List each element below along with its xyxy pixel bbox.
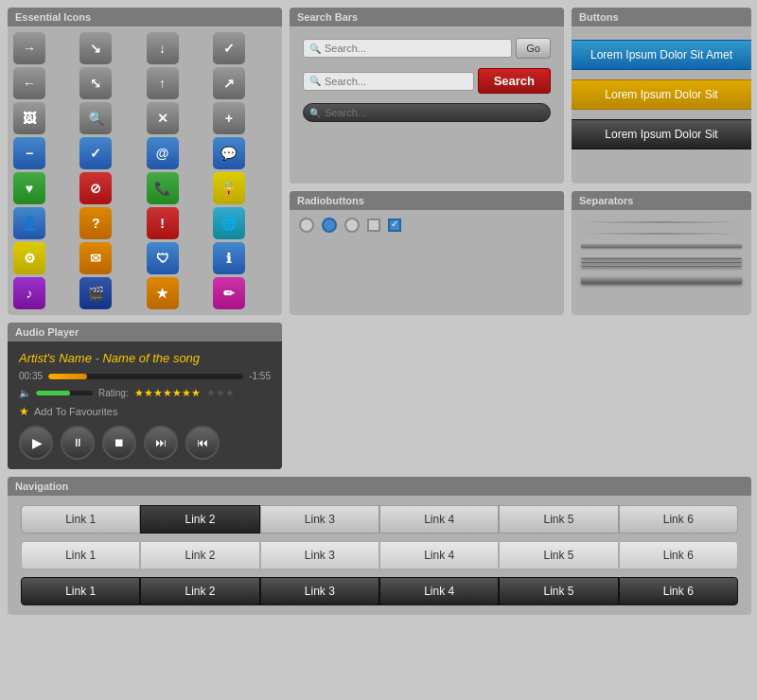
- checkbox-1[interactable]: [367, 219, 380, 232]
- player-controls: ▶ ⏸ ⏹ ⏭ ⏮: [19, 426, 271, 460]
- progress-bar[interactable]: [48, 374, 243, 379]
- go-button[interactable]: Go: [516, 38, 551, 59]
- icons-grid: → ↘ ↓ ✓ ← ⤡ ↑ ↗ 🖼 🔍 ✕ + − ✓ @ 💬 ♥: [13, 32, 276, 309]
- nav-row2-link2[interactable]: Link 2: [140, 541, 259, 569]
- button-dark[interactable]: Lorem Ipsum Dolor Sit: [572, 119, 751, 149]
- rating-label: Rating:: [98, 388, 129, 398]
- separator-1: [581, 221, 742, 223]
- search-row-1: 🔍 Go: [303, 38, 551, 59]
- nav-row1-link3[interactable]: Link 3: [260, 505, 379, 534]
- nav-row3-link5[interactable]: Link 5: [499, 577, 618, 605]
- nav-row2-link1[interactable]: Link 1: [21, 541, 140, 569]
- separator-4c: [581, 265, 742, 267]
- nav-row1-link1[interactable]: Link 1: [21, 505, 140, 534]
- button-gold[interactable]: Lorem Ipsum Dolor Sit: [572, 79, 751, 110]
- icon-music[interactable]: ♪: [13, 277, 45, 309]
- search-input-2[interactable]: [325, 76, 467, 87]
- icon-user[interactable]: 👤: [13, 207, 45, 239]
- icon-resize[interactable]: ⤡: [79, 67, 112, 99]
- nav-row3-link6[interactable]: Link 6: [619, 577, 738, 605]
- icon-arrow-down[interactable]: ↓: [147, 32, 179, 64]
- volume-bar[interactable]: [36, 391, 93, 395]
- icon-image[interactable]: 🖼: [13, 102, 45, 134]
- radio-1[interactable]: [299, 218, 314, 233]
- essential-icons-title: Essential Icons: [8, 8, 282, 26]
- nav-row3-link1[interactable]: Link 1: [21, 577, 140, 605]
- nav-row2-link4[interactable]: Link 4: [379, 541, 499, 569]
- separators-title: Separators: [572, 191, 751, 210]
- icon-exclaim[interactable]: !: [147, 207, 179, 239]
- icon-globe[interactable]: 🌐: [213, 207, 245, 239]
- icon-arrow-up-right[interactable]: ↗: [213, 67, 245, 99]
- icon-checkmark[interactable]: ✓: [213, 32, 245, 64]
- nav-row2-link6[interactable]: Link 6: [619, 541, 738, 569]
- prev-button[interactable]: ⏮: [185, 426, 220, 460]
- nav-row1-link4[interactable]: Link 4: [379, 505, 499, 534]
- audio-song-name: Name of the song: [102, 351, 200, 365]
- radiobuttons-title: Radiobuttons: [290, 191, 564, 210]
- nav-row-3: Link 1 Link 2 Link 3 Link 4 Link 5 Link …: [21, 577, 738, 605]
- time-end: -1:55: [249, 371, 271, 381]
- icon-arrow-up[interactable]: ↑: [147, 67, 179, 99]
- icon-film[interactable]: 🎬: [79, 277, 112, 309]
- play-button[interactable]: ▶: [19, 426, 53, 460]
- fav-label[interactable]: Add To Favourites: [34, 406, 117, 417]
- navigation-panel: Navigation Link 1 Link 2 Link 3 Link 4 L…: [8, 477, 751, 615]
- pause-button[interactable]: ⏸: [61, 426, 95, 460]
- icon-close[interactable]: ✕: [147, 102, 179, 134]
- search-icon-1: 🔍: [309, 44, 321, 54]
- separator-2: [581, 233, 742, 235]
- icon-star[interactable]: ★: [147, 277, 179, 309]
- icon-search[interactable]: 🔍: [79, 102, 112, 134]
- icon-arrow-down-right[interactable]: ↘: [79, 32, 112, 64]
- separator-4a: [581, 257, 742, 259]
- audio-progress-row: 00:35 -1:55: [19, 371, 271, 381]
- nav-row3-link2[interactable]: Link 2: [140, 577, 259, 605]
- radio-2[interactable]: [322, 218, 337, 233]
- radiobuttons-panel: Radiobuttons: [290, 191, 564, 316]
- nav-row2-link3[interactable]: Link 3: [260, 541, 379, 569]
- nav-row2-link5[interactable]: Link 5: [499, 541, 618, 569]
- icon-arrow-left[interactable]: ←: [13, 67, 45, 99]
- icon-shield[interactable]: 🛡: [147, 242, 179, 274]
- stars-empty: ★★★: [206, 387, 235, 399]
- time-start: 00:35: [19, 371, 43, 381]
- icon-at[interactable]: @: [147, 137, 179, 169]
- icon-info[interactable]: ℹ: [213, 242, 245, 274]
- icon-mail[interactable]: ✉: [79, 242, 112, 274]
- nav-row1-link6[interactable]: Link 6: [619, 505, 738, 534]
- audio-title: Audio Player: [8, 323, 282, 341]
- search-input-3[interactable]: [325, 107, 544, 118]
- next-button[interactable]: ⏭: [144, 426, 178, 460]
- audio-artist-name: Artist's Name - Name of the song: [19, 351, 271, 365]
- icon-check-blue[interactable]: ✓: [79, 137, 112, 169]
- icon-plus[interactable]: +: [213, 102, 245, 134]
- stars-filled: ★★★★★★★: [134, 387, 201, 399]
- icon-minus[interactable]: −: [13, 137, 45, 169]
- button-blue[interactable]: Lorem Ipsum Dolor Sit Amet: [572, 40, 751, 70]
- radio-3[interactable]: [344, 218, 360, 233]
- nav-row-2: Link 1 Link 2 Link 3 Link 4 Link 5 Link …: [21, 541, 738, 569]
- search-input-wrap-2: 🔍: [303, 72, 474, 91]
- icon-lock[interactable]: 🔒: [213, 172, 245, 204]
- icon-chat[interactable]: 💬: [213, 137, 245, 169]
- nav-row-1: Link 1 Link 2 Link 3 Link 4 Link 5 Link …: [21, 505, 738, 534]
- nav-row1-link2[interactable]: Link 2: [140, 505, 259, 534]
- nav-row3-link4[interactable]: Link 4: [379, 577, 499, 605]
- icon-phone[interactable]: 📞: [147, 172, 179, 204]
- nav-row1-link5[interactable]: Link 5: [499, 505, 618, 534]
- icon-pencil[interactable]: ✏: [213, 277, 245, 309]
- icon-question[interactable]: ?: [79, 207, 112, 239]
- search-button[interactable]: Search: [478, 68, 551, 94]
- search-input-1[interactable]: [325, 43, 505, 54]
- icon-no[interactable]: ⊘: [79, 172, 112, 204]
- icon-arrow-right[interactable]: →: [13, 32, 45, 64]
- audio-player-panel: Audio Player Artist's Name - Name of the…: [8, 323, 282, 469]
- icon-heart[interactable]: ♥: [13, 172, 45, 204]
- nav-row3-link3[interactable]: Link 3: [260, 577, 379, 605]
- search-input-wrap-1: 🔍: [303, 39, 512, 58]
- checkbox-2[interactable]: [388, 219, 401, 232]
- stop-button[interactable]: ⏹: [102, 426, 136, 460]
- icon-settings[interactable]: ⚙: [13, 242, 45, 274]
- essential-icons-panel: Essential Icons → ↘ ↓ ✓ ← ⤡ ↑ ↗ 🖼 🔍 ✕ + …: [8, 8, 282, 315]
